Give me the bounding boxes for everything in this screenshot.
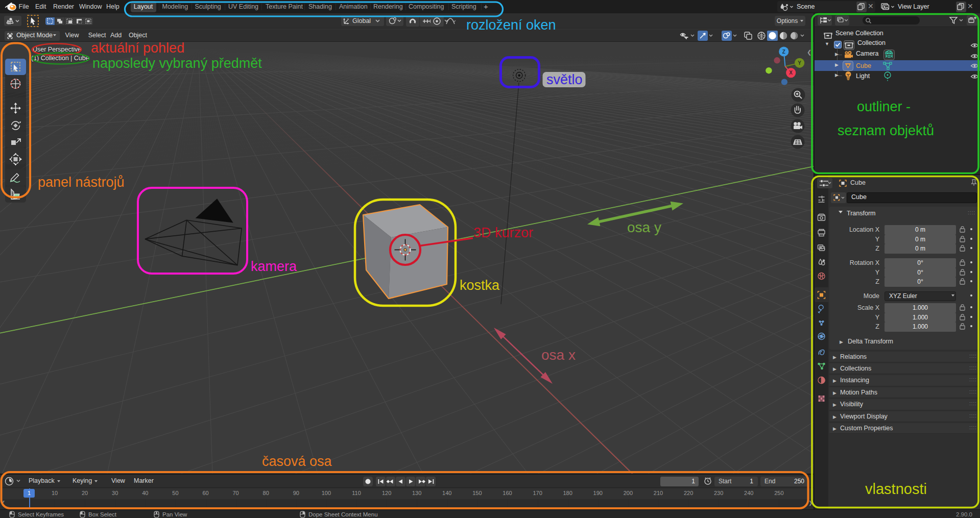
svg-text:Y: Y [798, 60, 801, 66]
svg-text:Z: Z [782, 49, 785, 55]
svg-text:X: X [789, 70, 793, 76]
svg-text:❮: ❮ [807, 49, 811, 56]
